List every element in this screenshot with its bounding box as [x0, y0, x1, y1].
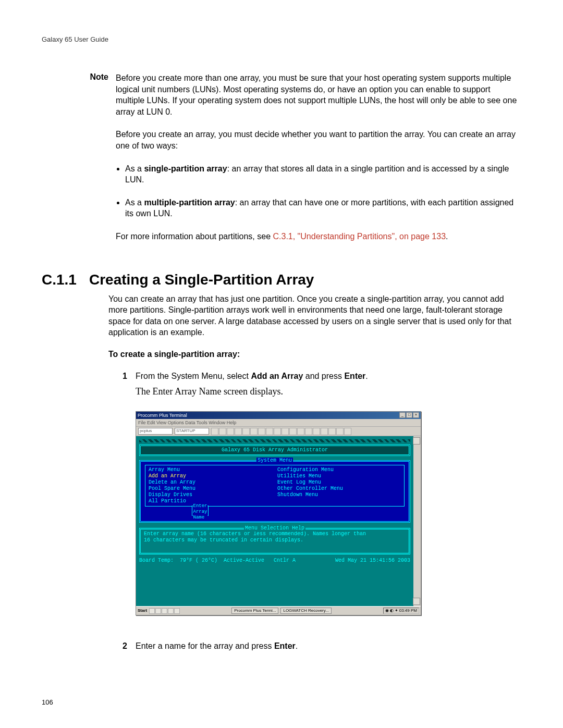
- status-right: Wed May 21 15:41:56 2003: [335, 558, 410, 564]
- tray-icon[interactable]: [149, 608, 155, 614]
- minimize-icon[interactable]: _: [399, 412, 406, 418]
- tray-icon[interactable]: ✦: [395, 608, 398, 614]
- cross-ref-link[interactable]: C.3.1, "Understanding Partitions", on pa…: [273, 232, 446, 241]
- help-label: Menu Selection Help: [244, 525, 305, 532]
- window-controls: _ □ ×: [399, 412, 419, 418]
- tool-icon[interactable]: [344, 428, 351, 435]
- tray-icon[interactable]: [162, 608, 167, 614]
- tool-icon[interactable]: [211, 428, 218, 435]
- clock: 03:49 PM: [399, 608, 417, 614]
- section-number: C.1.1: [42, 272, 77, 288]
- menu-item[interactable]: Other Controller Menu: [277, 486, 343, 491]
- tool-icon[interactable]: [313, 428, 320, 435]
- help-box: Menu Selection Help Enter array name (16…: [139, 528, 410, 554]
- content-block: Note Before you create more than one arr…: [42, 72, 521, 254]
- tool-icon[interactable]: [219, 428, 226, 435]
- steps-list: 1 From the System Menu, select Add an Ar…: [108, 371, 521, 655]
- tool-icon[interactable]: [250, 428, 258, 435]
- step-item: 2 Enter a name for the array and press E…: [108, 640, 521, 655]
- bullet-item: As a multiple-partition array: an array …: [125, 197, 521, 219]
- status-left: Board Temp: 79°F ( 26°C) Active-Active C…: [139, 558, 296, 564]
- status-line: Board Temp: 79°F ( 26°C) Active-Active C…: [139, 558, 410, 564]
- section-heading: C.1.1 Creating a Single-Partition Array: [42, 272, 521, 288]
- inner-label: Enter Array Name: [192, 503, 207, 520]
- tool-icon[interactable]: [274, 428, 281, 435]
- note-p1: Before you create more than one array, y…: [116, 72, 521, 117]
- scroll-up-icon[interactable]: [413, 437, 420, 445]
- running-head: Galaxy 65 User Guide: [42, 35, 521, 43]
- tool-icon[interactable]: [235, 428, 242, 435]
- bullet-item: As a single-partition array: an array th…: [125, 163, 521, 186]
- menu-item[interactable]: Event Log Menu: [277, 479, 321, 485]
- section-body-wrap: You can create an array that has just on…: [42, 293, 521, 655]
- tool-icon[interactable]: [328, 428, 336, 435]
- tool-icon[interactable]: [227, 428, 234, 435]
- taskbar-app[interactable]: Procomm Plus Termi...: [231, 608, 278, 614]
- step-body: Enter a name for the array and press Ent…: [136, 640, 298, 655]
- section-body: You can create an array that has just on…: [108, 293, 521, 338]
- system-tray: ◉ ◐ ✦ 03:49 PM: [383, 608, 419, 614]
- note-p2: Before you create an array, you must dec…: [116, 129, 521, 151]
- note-label: Note: [68, 72, 116, 254]
- terminal-screen: Galaxy 65 Disk Array Administrator Syste…: [136, 436, 421, 606]
- taskbar: Start Procomm Plus Termi... LOGWATCH Rec…: [136, 606, 421, 615]
- close-icon[interactable]: ×: [413, 412, 419, 418]
- menu-item[interactable]: Pool Spare Menu: [149, 486, 195, 491]
- section-title: Creating a Single-Partition Array: [89, 272, 314, 288]
- start-button[interactable]: Start: [138, 608, 147, 614]
- enter-array-name-box: Enter Array Name: [192, 505, 209, 516]
- tool-icon[interactable]: [242, 428, 250, 435]
- tool-icon[interactable]: [297, 428, 304, 435]
- tool-icon[interactable]: [289, 428, 297, 435]
- maximize-icon[interactable]: □: [406, 412, 412, 418]
- tool-icon[interactable]: [305, 428, 312, 435]
- menu-item[interactable]: Delete an Array: [149, 479, 195, 485]
- menu-col-right: Configuration Menu Utilities Menu Event …: [277, 467, 401, 504]
- admin-title: Galaxy 65 Disk Array Administrator: [139, 445, 410, 456]
- note-body: Before you create more than one array, y…: [116, 72, 521, 254]
- step-number: 2: [108, 640, 136, 655]
- menu-item[interactable]: Utilities Menu: [277, 473, 321, 479]
- procedure-head: To create a single-partition array:: [108, 350, 521, 359]
- tool-icon[interactable]: [258, 428, 265, 435]
- tool-icon[interactable]: [321, 428, 328, 435]
- panel-label: System Menu: [256, 458, 293, 464]
- tray-icon[interactable]: [168, 608, 174, 614]
- page-number: 106: [42, 698, 53, 706]
- toolbar: pcplus STARTUP: [136, 427, 421, 436]
- menu-item[interactable]: Configuration Menu: [277, 467, 334, 473]
- scroll-down-icon[interactable]: [413, 598, 420, 605]
- system-menu-panel: System Menu Array Menu Add an Array Dele…: [139, 460, 410, 523]
- step-body: From the System Menu, select Add an Arra…: [136, 371, 421, 636]
- tray-icon[interactable]: ◐: [390, 608, 394, 614]
- tool-icon[interactable]: [266, 428, 273, 435]
- quick-launch: [149, 608, 180, 614]
- script-field[interactable]: STARTUP: [175, 428, 209, 435]
- tray-icon[interactable]: [155, 608, 161, 614]
- decoration: [139, 439, 410, 442]
- step-number: 1: [108, 371, 136, 636]
- step-item: 1 From the System Menu, select Add an Ar…: [108, 371, 521, 636]
- help-line: Enter array name (16 characters or less …: [144, 531, 406, 537]
- window-title: Procomm Plus Terminal: [138, 412, 187, 418]
- toolbar-icons: [211, 428, 351, 435]
- menu-col-left: Array Menu Add an Array Delete an Array …: [149, 467, 272, 504]
- menu-item[interactable]: Shutdown Menu: [277, 492, 318, 498]
- tool-icon[interactable]: [336, 428, 344, 435]
- page: Galaxy 65 User Guide Note Before you cre…: [0, 0, 563, 728]
- profile-field[interactable]: pcplus: [138, 428, 173, 435]
- menu-item-selected[interactable]: Add an Array: [149, 473, 186, 479]
- tray-icon[interactable]: ◉: [385, 608, 389, 614]
- menu-item[interactable]: Array Menu: [149, 467, 180, 473]
- help-line: 16 characters may be truncated in certai…: [144, 537, 406, 544]
- menu-item[interactable]: All Partitio: [149, 498, 186, 504]
- menu-columns: Array Menu Add an Array Delete an Array …: [145, 465, 405, 507]
- step-result: The Enter Array Name screen displays.: [136, 385, 421, 398]
- titlebar: Procomm Plus Terminal _ □ ×: [136, 412, 421, 419]
- note-bullets: As a single-partition array: an array th…: [116, 163, 521, 219]
- tool-icon[interactable]: [282, 428, 289, 435]
- menubar[interactable]: File Edit View Options Data Tools Window…: [136, 419, 421, 427]
- taskbar-app[interactable]: LOGWATCH Recovery...: [280, 608, 331, 614]
- tray-icon[interactable]: [174, 608, 180, 614]
- menu-item[interactable]: Display Drives: [149, 492, 192, 498]
